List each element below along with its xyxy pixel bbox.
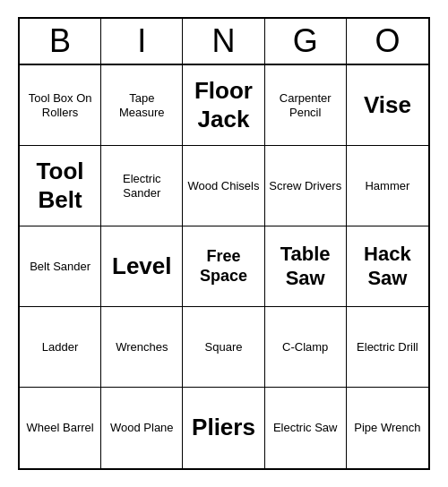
bingo-cell: Pipe Wrench [347,388,428,468]
bingo-cell: Wood Plane [101,388,183,468]
bingo-cell: C-Clamp [265,307,347,388]
header-letter: G [265,19,347,64]
bingo-cell: Table Saw [265,226,347,307]
bingo-cell: Electric Drill [347,307,428,388]
bingo-cell: Level [101,226,183,307]
bingo-cell: Hammer [347,146,428,226]
bingo-cell: Carpenter Pencil [265,65,347,146]
bingo-cell: Tool Belt [20,146,101,226]
bingo-header: BINGO [20,19,428,65]
bingo-cell: Electric Saw [265,388,347,468]
bingo-cell: Square [183,307,264,388]
bingo-cell: Wrenches [101,307,183,388]
bingo-cell: Vise [347,65,428,146]
bingo-cell: Wheel Barrel [20,388,101,468]
bingo-cell: Electric Sander [101,146,183,226]
bingo-cell: Tool Box On Rollers [20,65,101,146]
bingo-card: BINGO Tool Box On RollersTape MeasureFlo… [18,17,430,470]
header-letter: O [347,19,428,64]
bingo-cell: Screw Drivers [265,146,347,226]
header-letter: B [20,19,101,64]
bingo-grid: Tool Box On RollersTape MeasureFloor Jac… [20,65,428,468]
bingo-cell: Tape Measure [101,65,183,146]
bingo-cell: Pliers [183,388,264,468]
bingo-cell: Ladder [20,307,101,388]
bingo-cell: Hack Saw [347,226,428,307]
header-letter: N [183,19,264,64]
bingo-cell: Floor Jack [183,65,264,146]
bingo-cell: Belt Sander [20,226,101,307]
bingo-cell: Free Space [183,226,264,307]
header-letter: I [101,19,183,64]
bingo-cell: Wood Chisels [183,146,264,226]
